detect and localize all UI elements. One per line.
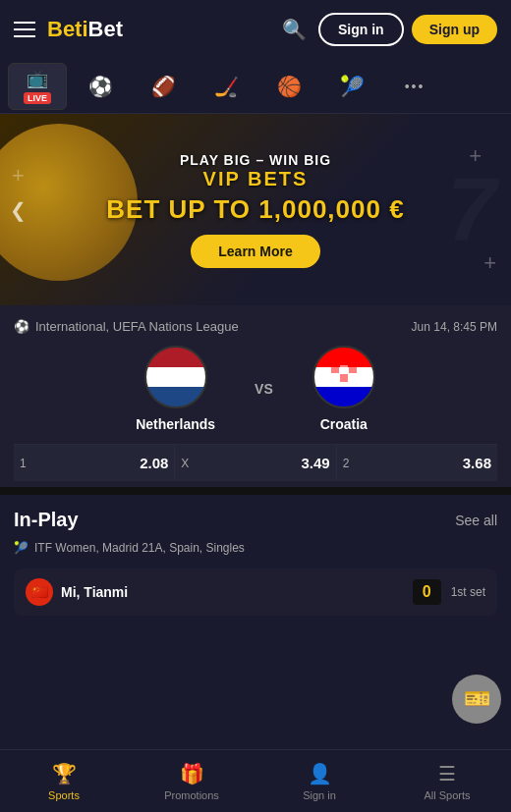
banner-content: PLAY BIG – WIN BIG VIP BETS BET UP TO 1,… [106,152,404,268]
promotions-nav-icon: 🎁 [180,762,204,785]
soccer-icon: ⚽ [88,75,113,98]
basketball-icon: 🏀 [277,75,302,98]
header-right: 🔍 Sign in Sign up [278,13,497,46]
odds-row: 1 2.08 X 3.49 2 3.68 [14,444,497,481]
odd-x-label: X [181,457,189,470]
croatia-flag [312,346,375,408]
inplay-title: In-Play [14,509,79,531]
nav-hockey[interactable]: 🏒 [197,63,256,110]
bottom-nav-sports[interactable]: 🏆 Sports [0,750,128,812]
team-netherlands: Netherlands [136,346,215,432]
nav-basketball[interactable]: 🏀 [259,63,318,110]
promotions-nav-label: Promotions [164,789,219,801]
section-divider [0,487,511,495]
header: BetiBet 🔍 Sign in Sign up [0,0,511,59]
promo-banner: + + + ❮ PLAY BIG – WIN BIG VIP BETS BET … [0,114,511,305]
banner-main-text: BET UP TO 1,000,000 € [106,194,404,225]
banner-arrow-left[interactable]: ❮ [10,198,27,222]
see-all-link[interactable]: See all [455,513,497,528]
banner-vip: VIP BETS [106,168,404,190]
inplay-score: 0 [413,579,441,605]
vs-divider: VS [255,381,273,397]
odd-x-button[interactable]: X 3.49 [175,445,336,481]
sports-nav-icon: 🏆 [52,762,77,785]
football-icon: 🏈 [151,75,176,98]
player-info: 🇨🇳 Mi, Tianmi [26,578,128,606]
odd-x-value: 3.49 [301,455,329,471]
netherlands-flag [144,346,207,408]
deco-plus-1: + [12,163,25,189]
logo: BetiBet [47,17,123,42]
banner-deco-right: 7 [432,114,511,305]
inplay-league: 🎾 ITF Women, Madrid 21A, Spain, Singles [14,541,497,561]
hamburger-menu[interactable] [14,22,35,37]
match-teams: Netherlands VS Croatia [14,346,497,432]
signin-nav-label: Sign in [303,789,336,801]
bottom-nav-promotions[interactable]: 🎁 Promotions [128,750,256,812]
nav-more[interactable]: ••• [385,63,444,110]
live-badge: LIVE [24,92,51,104]
banner-subtitle: PLAY BIG – WIN BIG [106,152,404,168]
odd-1-button[interactable]: 1 2.08 [14,445,175,481]
all-sports-nav-icon: ☰ [438,762,456,785]
player-name: Mi, Tianmi [61,584,128,600]
croatia-name: Croatia [320,416,368,432]
tennis-league-icon: 🎾 [14,541,28,555]
team-croatia: Croatia [312,346,375,432]
score-area: 0 1st set [413,579,485,605]
nav-live[interactable]: 📺 LIVE [8,63,67,110]
netherlands-name: Netherlands [136,416,215,432]
signin-nav-icon: 👤 [308,762,332,785]
bottom-nav: 🏆 Sports 🎁 Promotions 👤 Sign in ☰ All Sp… [0,749,511,812]
all-sports-nav-label: All Sports [424,789,470,801]
search-button[interactable]: 🔍 [278,14,311,45]
match-header: ⚽ International, UEFA Nations League Jun… [14,319,497,334]
header-left: BetiBet [14,17,123,42]
ticket-fab[interactable]: 🎫 [452,675,501,724]
set-label: 1st set [451,585,485,599]
match-section: ⚽ International, UEFA Nations League Jun… [0,305,511,487]
more-icon: ••• [405,79,426,94]
odd-1-label: 1 [20,457,27,470]
bottom-nav-all-sports[interactable]: ☰ All Sports [383,750,511,812]
sports-nav: 📺 LIVE ⚽ 🏈 🏒 🏀 🎾 ••• [0,59,511,114]
logo-prefix: Beti [47,17,88,41]
league-icon: ⚽ [14,319,29,334]
match-date: Jun 14, 8:45 PM [412,320,497,334]
banner-cta-button[interactable]: Learn More [191,235,319,268]
player-flag: 🇨🇳 [26,578,53,606]
logo-suffix: Bet [88,17,123,41]
inplay-header: In-Play See all [14,509,497,531]
live-tv-icon: 📺 [27,68,48,89]
tennis-icon: 🎾 [340,75,365,98]
odd-2-label: 2 [343,457,350,470]
inplay-league-name: ITF Women, Madrid 21A, Spain, Singles [34,541,245,555]
nav-tennis[interactable]: 🎾 [322,63,381,110]
signin-button[interactable]: Sign in [318,13,404,46]
sports-nav-label: Sports [48,789,80,801]
odd-2-value: 3.68 [463,455,491,471]
nav-soccer[interactable]: ⚽ [71,63,130,110]
odd-2-button[interactable]: 2 3.68 [337,445,497,481]
nav-football[interactable]: 🏈 [134,63,193,110]
match-league: ⚽ International, UEFA Nations League [14,319,239,334]
hockey-icon: 🏒 [214,75,239,98]
signup-button[interactable]: Sign up [412,15,497,44]
inplay-match[interactable]: 🇨🇳 Mi, Tianmi 0 1st set [14,568,497,616]
inplay-section: In-Play See all 🎾 ITF Women, Madrid 21A,… [0,495,511,622]
odd-1-value: 2.08 [140,455,168,471]
bottom-nav-signin[interactable]: 👤 Sign in [256,750,383,812]
league-name: International, UEFA Nations League [35,319,239,334]
